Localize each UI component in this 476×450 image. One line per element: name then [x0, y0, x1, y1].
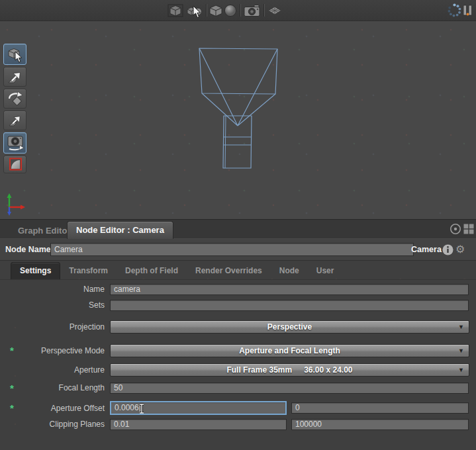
name-input[interactable]: camera [110, 284, 469, 295]
aperture-size: 36.00 x 24.00 [304, 365, 352, 375]
render-region-tool-button[interactable] [3, 156, 26, 173]
perspective-mode-label: Perspective Mode [0, 344, 105, 357]
aperture-label: Aperture [0, 363, 105, 377]
aperture-offset-x-value: 0.0006 [115, 403, 139, 412]
perspective-mode-dropdown[interactable]: Aperture and Focal Length ▼ [110, 344, 469, 357]
camera-icon[interactable] [242, 2, 261, 19]
tab-transform[interactable]: Transform [60, 262, 117, 279]
tab-node-editor-camera[interactable]: Node Editor : Camera [67, 221, 173, 239]
clipping-far-input[interactable]: 100000 [291, 419, 469, 430]
translate-tool-button[interactable] [3, 67, 26, 87]
aperture-offset-label: Aperture Offset [0, 402, 105, 415]
text-caret [140, 404, 140, 412]
scale-tool-button[interactable] [3, 111, 26, 130]
clipping-planes-label: Clipping Planes [0, 419, 105, 430]
axis-gizmo-icon [3, 192, 32, 218]
select-tool-button[interactable] [3, 44, 26, 65]
chevron-down-icon: ▼ [458, 364, 464, 376]
aperture-preset: Full Frame 35mm [226, 365, 292, 375]
info-icon[interactable] [442, 244, 453, 255]
perspective-mode-value: Aperture and Focal Length [239, 346, 340, 355]
panel-tab-bar: Graph Editor Node Editor : Camera [0, 220, 476, 239]
tab-depth-of-field[interactable]: Depth of Field [117, 262, 187, 279]
chevron-down-icon: ▼ [458, 321, 464, 333]
3d-viewport[interactable] [0, 21, 476, 219]
sets-input[interactable] [110, 300, 469, 311]
projection-dropdown[interactable]: Perspective ▼ [110, 320, 469, 334]
pause-button[interactable] [461, 2, 475, 19]
select-object-icon[interactable] [186, 2, 203, 19]
focal-length-label: Focal Length [0, 382, 105, 394]
wireframe-cube-icon[interactable] [166, 2, 185, 19]
node-name-input[interactable]: Camera [50, 243, 414, 256]
node-editor-panel: Graph Editor Node Editor : Camera Node N… [0, 219, 476, 450]
sets-label: Sets [0, 300, 105, 311]
gear-icon[interactable]: ⚙ [455, 239, 465, 260]
aperture-offset-y-input[interactable]: 0 [291, 402, 469, 414]
tab-render-overrides[interactable]: Render Overrides [187, 262, 271, 279]
record-dot-icon [467, 13, 469, 15]
tab-node[interactable]: Node [271, 262, 308, 279]
node-type-label: Camera [411, 239, 442, 260]
node-name-label: Node Name [5, 239, 51, 260]
toolbar-separator [206, 4, 207, 17]
clipping-near-input[interactable]: 0.01 [110, 419, 287, 430]
cube-icon[interactable] [208, 2, 224, 19]
sphere-icon[interactable] [222, 2, 238, 19]
projection-label: Projection [0, 320, 105, 334]
tab-user[interactable]: User [308, 262, 343, 279]
viewport-toolbar [0, 0, 476, 21]
progress-spinner-icon [446, 2, 462, 19]
focal-length-input[interactable]: 50 [110, 382, 469, 394]
camera-wireframe [0, 21, 476, 219]
chevron-down-icon: ▼ [458, 345, 464, 357]
node-name-row: Node Name Camera Camera ⚙ [0, 239, 476, 261]
layout-grid-icon[interactable] [463, 224, 474, 234]
target-icon[interactable] [450, 223, 461, 235]
aperture-offset-x-input[interactable]: 0.0006 [110, 401, 287, 415]
toolbar-separator [240, 4, 240, 17]
tab-settings[interactable]: Settings [11, 262, 60, 279]
section-tab-bar: Settings Transform Depth of Field Render… [0, 263, 476, 280]
camera-orbit-tool-button[interactable] [3, 132, 26, 154]
application-window: Graph Editor Node Editor : Camera Node N… [0, 0, 476, 450]
rotate-tool-button[interactable] [3, 89, 26, 109]
name-label: Name [0, 284, 105, 295]
projection-value: Perspective [267, 322, 312, 332]
aperture-dropdown[interactable]: Full Frame 35mm 36.00 x 24.00 ▼ [110, 363, 469, 377]
ground-plane-icon[interactable] [266, 2, 283, 19]
toolbar-separator [263, 4, 264, 17]
